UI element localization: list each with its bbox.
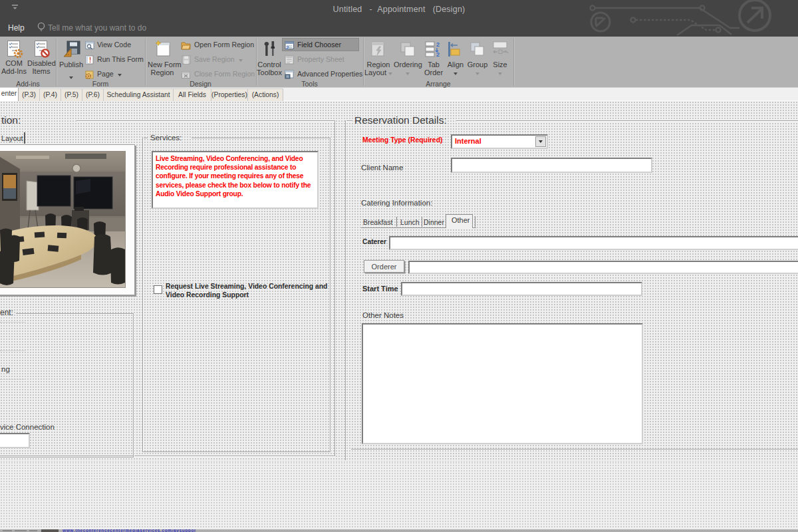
property-sheet-icon — [285, 55, 294, 65]
save-region-label: Save Region — [194, 55, 243, 63]
bottom-fragment-1 — [3, 530, 12, 531]
close-form-region-button[interactable]: Close Form Region — [180, 69, 253, 80]
client-name-label: Client Name — [361, 164, 403, 172]
advanced-properties-icon — [285, 70, 294, 79]
start-time-input[interactable] — [401, 282, 642, 296]
region-layout-icon — [370, 40, 388, 59]
catering-tab-other-label: Other — [452, 216, 470, 224]
res-border-top-l — [345, 120, 352, 121]
close-form-region-icon — [181, 70, 192, 79]
other-notes-textarea[interactable] — [362, 323, 643, 444]
page-tab-p4[interactable]: (P.4) — [40, 88, 61, 101]
close-form-region-label: Close Form Region — [194, 70, 255, 78]
page-tab-actions[interactable]: (Actions) — [248, 88, 283, 101]
help-tab[interactable]: Help — [8, 23, 25, 33]
page-tab-p5[interactable]: (P.5) — [61, 88, 82, 101]
disabled-items-label: DisabledItems — [27, 60, 55, 75]
location-group-heading: tion: — [1, 114, 21, 126]
open-form-region-button[interactable]: Open Form Region — [180, 40, 253, 51]
left-group-border-bottom — [0, 456, 335, 456]
page-tab-properties[interactable]: (Properties) — [211, 88, 248, 101]
page-icon — [85, 70, 95, 79]
com-addins-label: COMAdd-Ins — [1, 60, 27, 75]
tellme-box[interactable]: Tell me what you want to do — [48, 23, 146, 33]
ribbon-separator-5 — [513, 38, 514, 86]
meeting-type-label: Meeting Type (Required) — [362, 136, 442, 144]
form-page-tabs: enter (P.3) (P.4) (P.5) (P.6) Scheduling… — [0, 88, 798, 101]
res-border-left — [345, 120, 346, 460]
new-form-region-icon — [154, 40, 172, 59]
page-tab-p3[interactable]: (P.3) — [19, 88, 40, 101]
size-button[interactable]: Size — [489, 39, 511, 80]
res-border-top-r — [456, 120, 798, 121]
orderer-input[interactable] — [408, 261, 798, 274]
group-label: Group — [465, 61, 490, 76]
orderer-button-label: Orderer — [364, 263, 404, 271]
advanced-properties-button[interactable]: Advanced Properties — [284, 69, 361, 80]
publish-button[interactable]: Publish — [59, 39, 84, 78]
services-checkbox[interactable] — [154, 285, 162, 294]
bottom-link[interactable]: www.theconferencecentermediaservices.com… — [63, 529, 196, 532]
bottom-partial-bar: www.theconferencecentermediaservices.com… — [0, 529, 798, 532]
region-layout-button[interactable]: RegionLayout — [366, 39, 391, 80]
view-code-button[interactable]: View Code — [84, 40, 144, 51]
circuit-decoration — [572, 0, 798, 37]
size-icon — [491, 41, 510, 58]
services-border-top-r — [192, 138, 331, 138]
meeting-type-combo[interactable]: Internal — [451, 134, 548, 149]
orderer-button[interactable]: Orderer — [364, 260, 404, 273]
device-connection-input[interactable] — [0, 433, 30, 448]
other-notes-label: Other Notes — [362, 311, 404, 319]
page-tab-active[interactable]: enter — [0, 88, 19, 101]
left-group-border-top — [76, 120, 335, 121]
group-label-arrange: Arrange — [363, 80, 513, 88]
page-tab-scheduling-assistant[interactable]: Scheduling Assistant — [104, 88, 174, 101]
bottom-fragment-3 — [29, 530, 37, 531]
size-label: Size — [487, 61, 513, 76]
catering-tab-dinner[interactable]: Dinner — [424, 218, 444, 226]
tab-order-button[interactable]: 2 2 TabOrder — [423, 39, 444, 80]
page-button[interactable]: Page — [84, 69, 144, 80]
image-tab-layout[interactable]: Layout — [1, 134, 23, 142]
new-form-region-label: New FormRegion — [148, 61, 177, 76]
field-chooser-icon: 2 — [285, 41, 295, 50]
caterer-input[interactable] — [389, 236, 798, 250]
bottom-fragment-2 — [15, 530, 27, 531]
services-checkbox-label[interactable]: Request Live Streaming, Video Conferenci… — [166, 282, 332, 299]
control-toolbox-label: ControlToolbox — [257, 61, 282, 76]
com-addins-button[interactable]: COMAdd-Ins — [1, 39, 27, 77]
catering-tab-lunch[interactable]: Lunch — [400, 218, 420, 226]
save-region-button[interactable]: Save Region — [180, 55, 253, 65]
meeting-type-dropdown[interactable] — [535, 136, 546, 147]
catering-heading: Catering Information: — [361, 199, 432, 207]
ordering-label: Ordering — [394, 61, 422, 76]
catering-tab-other[interactable]: Other — [446, 214, 473, 228]
group-label-addins: Add-ins — [0, 80, 56, 88]
view-code-icon — [85, 41, 95, 50]
catering-tab-breakfast[interactable]: Breakfast — [363, 218, 392, 226]
run-this-form-label: Run This Form — [97, 55, 144, 63]
group-button[interactable]: Group — [467, 39, 488, 80]
page-tab-all-fields[interactable]: All Fields — [174, 88, 211, 101]
svg-text:2: 2 — [436, 41, 440, 48]
equipment-fragment-ng: ng — [1, 365, 10, 373]
ordering-button[interactable]: Ordering — [395, 39, 420, 80]
page-tab-p6[interactable]: (P.6) — [82, 88, 104, 101]
client-name-input[interactable] — [451, 158, 652, 173]
caterer-label: Caterer — [362, 238, 386, 245]
equipment-line-2 — [0, 350, 25, 351]
group-label-design: Design — [145, 80, 256, 88]
new-form-region-button[interactable]: New FormRegion — [148, 39, 177, 78]
field-chooser-button[interactable]: 2 Field Chooser — [282, 38, 359, 51]
services-group-heading: Services: — [150, 134, 182, 142]
control-toolbox-button[interactable]: ControlToolbox — [259, 39, 281, 78]
equipment-group-heading: ent: — [0, 308, 13, 317]
region-layout-label: RegionLayout — [364, 61, 392, 76]
group-icon — [469, 41, 487, 58]
tab-order-icon: 2 2 — [424, 40, 443, 59]
reservation-heading: Reservation Details: — [354, 114, 447, 126]
run-this-form-button[interactable]: ! Run This Form — [84, 55, 144, 65]
property-sheet-button[interactable]: Property Sheet — [284, 55, 358, 65]
align-button[interactable]: Align — [446, 39, 466, 80]
disabled-items-button[interactable]: DisabledItems — [27, 39, 55, 77]
